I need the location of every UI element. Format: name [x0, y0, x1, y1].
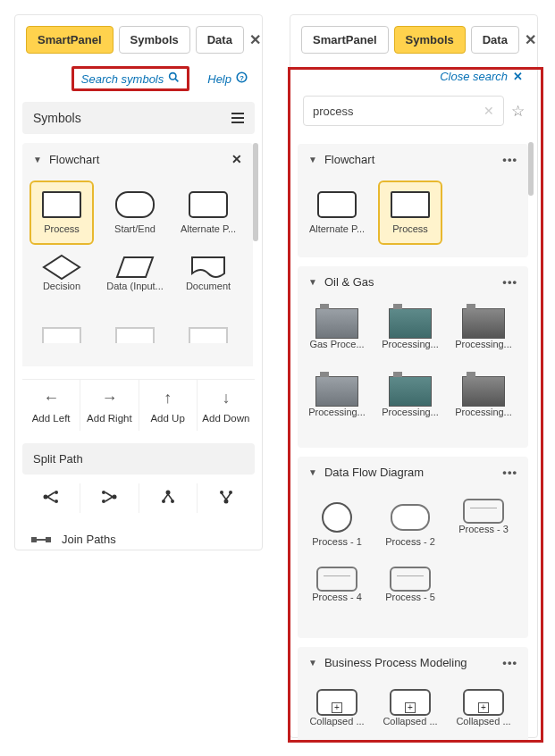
svg-line-18 — [168, 494, 172, 500]
close-search-link[interactable]: Close search ✕ — [440, 70, 523, 83]
symbol-label: Process - 5 — [385, 592, 435, 602]
symbol-collapsed[interactable]: Collapsed ... — [451, 684, 516, 743]
symbol-processing[interactable]: Processing... — [378, 303, 442, 367]
svg-rect-28 — [46, 537, 51, 542]
split-option-2[interactable] — [80, 483, 139, 513]
hamburger-icon[interactable] — [231, 113, 244, 123]
category-close-icon[interactable]: ✕ — [231, 152, 242, 166]
category-title: Data Flow Diagram — [324, 466, 424, 479]
add-left-label: Add Left — [32, 413, 71, 424]
svg-point-11 — [113, 495, 117, 500]
symbol-process-5[interactable]: Process - 5 — [378, 561, 442, 626]
symbol-startend[interactable]: Start/End — [103, 181, 167, 245]
svg-point-20 — [171, 500, 174, 503]
more-icon[interactable]: ••• — [502, 153, 517, 166]
symbol-process-2[interactable]: Process - 2 — [378, 493, 442, 558]
symbol-processing[interactable]: Processing... — [378, 371, 442, 435]
favorite-icon[interactable]: ☆ — [511, 102, 525, 121]
category-head[interactable]: ▼ Business Process Modeling ••• — [298, 647, 528, 678]
symbol-gas-proc[interactable]: Gas Proce... — [305, 303, 369, 367]
add-left-button[interactable]: ← Add Left — [22, 380, 80, 431]
scrollbar-thumb[interactable] — [528, 142, 534, 196]
symbol-collapsed[interactable]: Collapsed ... — [305, 684, 369, 743]
symbol-alternate[interactable]: Alternate P... — [305, 181, 369, 245]
scrollbar-thumb[interactable] — [253, 143, 258, 241]
category-title: Oil & Gas — [324, 275, 374, 289]
split-option-3[interactable] — [139, 483, 198, 513]
bpm-shape-icon — [316, 689, 357, 716]
process-shape-icon — [42, 191, 81, 218]
tab-symbols[interactable]: Symbols — [394, 26, 466, 54]
symbol-decision[interactable]: Decision — [29, 248, 94, 313]
symbol-process[interactable]: Process — [378, 181, 442, 245]
join-paths-icon — [31, 534, 51, 545]
add-up-label: Add Up — [150, 413, 184, 424]
symbol-document[interactable]: Document — [176, 248, 240, 313]
partial-shape-icon — [189, 327, 228, 343]
symbol-processing[interactable]: Processing... — [305, 371, 369, 435]
svg-point-25 — [229, 491, 232, 494]
symbol-process-1[interactable]: Process - 1 — [305, 493, 369, 558]
symbol-label: Process — [44, 223, 80, 234]
symbol-data[interactable]: Data (Input... — [103, 248, 167, 313]
symbol-processing[interactable]: Processing... — [451, 371, 516, 435]
symbol-label: Process — [392, 223, 428, 234]
symbol-process[interactable]: Process — [29, 181, 94, 245]
clear-search-icon[interactable]: ✕ — [484, 104, 494, 118]
category-oil-gas: ▼ Oil & Gas ••• Gas Proce... Processing.… — [298, 266, 528, 448]
close-panel-icon[interactable]: ✕ — [249, 31, 261, 48]
add-down-button[interactable]: ↓ Add Down — [198, 380, 255, 431]
category-head[interactable]: ▼ Oil & Gas ••• — [298, 266, 528, 298]
partial-shape-icon — [115, 327, 155, 343]
category-head[interactable]: ▼ Flowchart ••• — [298, 144, 528, 175]
symbols-scroll[interactable]: ▼ Flowchart ✕ Process Start/End Alternat… — [15, 134, 260, 366]
symbol-label: Processing... — [455, 407, 512, 417]
close-panel-icon[interactable]: ✕ — [525, 31, 536, 48]
arrow-up-icon: ↑ — [139, 389, 197, 407]
search-symbols-highlight: Search symbols — [71, 66, 189, 91]
more-icon[interactable]: ••• — [502, 656, 517, 669]
more-icon[interactable]: ••• — [502, 466, 517, 479]
symbol-more[interactable] — [103, 316, 167, 366]
symbol-label: Alternate P... — [181, 223, 236, 234]
startend-shape-icon — [115, 191, 155, 218]
help-icon: ? — [236, 71, 248, 86]
industrial-icon — [389, 308, 432, 339]
symbol-alternate[interactable]: Alternate P... — [176, 181, 240, 245]
search-input[interactable] — [313, 105, 484, 118]
search-symbols-link[interactable]: Search symbols — [81, 71, 180, 86]
tabs-right: SmartPanel Symbols Data ✕ — [290, 15, 537, 61]
tab-data[interactable]: Data — [471, 26, 519, 54]
industrial-icon — [315, 308, 358, 339]
svg-line-23 — [226, 493, 231, 500]
symbol-process-4[interactable]: Process - 4 — [305, 561, 369, 626]
tab-smartpanel[interactable]: SmartPanel — [301, 26, 389, 54]
help-link[interactable]: Help ? — [207, 66, 248, 91]
tab-data[interactable]: Data — [196, 26, 244, 54]
decision-shape-icon — [42, 254, 81, 281]
symbol-collapsed[interactable]: Collapsed ... — [378, 684, 442, 743]
caret-down-icon: ▼ — [308, 277, 317, 287]
close-search-row: Close search ✕ — [290, 61, 537, 90]
add-up-button[interactable]: ↑ Add Up — [139, 380, 198, 431]
arrow-right-icon: → — [80, 389, 138, 407]
symbol-more[interactable] — [29, 316, 94, 366]
add-right-button[interactable]: → Add Right — [80, 380, 139, 431]
tab-symbols[interactable]: Symbols — [119, 26, 190, 54]
symbol-more[interactable] — [176, 316, 240, 366]
join-paths-button[interactable]: Join Paths — [15, 513, 262, 566]
split-option-1[interactable] — [22, 483, 80, 513]
split-option-4[interactable] — [198, 483, 255, 513]
proc5-shape-icon — [390, 567, 431, 592]
search-box: ✕ — [303, 96, 504, 126]
smartpanel-panel: SmartPanel Symbols Data ✕ Search symbols… — [14, 14, 263, 550]
category-head[interactable]: ▼ Data Flow Diagram ••• — [298, 457, 528, 488]
split-path-row — [22, 483, 255, 513]
add-down-label: Add Down — [202, 413, 249, 424]
results-scroll[interactable]: ▼ Flowchart ••• Alternate P... Process ▼… — [290, 135, 535, 743]
more-icon[interactable]: ••• — [502, 275, 517, 289]
symbol-processing[interactable]: Processing... — [451, 303, 516, 367]
tab-smartpanel[interactable]: SmartPanel — [26, 26, 114, 54]
symbol-process-3[interactable]: Process - 3 — [451, 493, 516, 558]
category-flowchart-header[interactable]: ▼ Flowchart ✕ — [22, 143, 253, 175]
